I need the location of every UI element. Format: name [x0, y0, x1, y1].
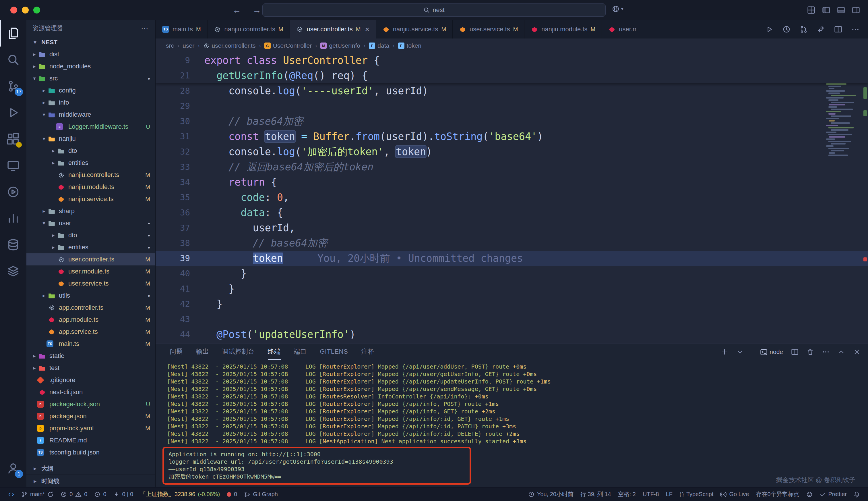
tree-file-README.md[interactable]: iREADME.md [26, 434, 155, 446]
code-line-42[interactable]: 42 } [156, 297, 868, 312]
tree-folder-utils[interactable]: ▸utils● [26, 290, 155, 302]
tree-file-nanjiu.module.ts[interactable]: nanjiu.module.tsM [26, 181, 155, 193]
minimize-window-button[interactable] [22, 7, 29, 13]
status-feedback[interactable] [803, 488, 816, 501]
tab-user.service.ts[interactable]: user.service.tsM [453, 20, 525, 39]
status-cursor-position[interactable]: 行 39, 列 14 [577, 488, 615, 501]
status-punctuation-check[interactable]: 存在0个异常标点 [752, 488, 803, 501]
code-line-32[interactable]: 32 console.log('加密后的token', token) [156, 144, 868, 159]
tree-folder-user[interactable]: ▾user● [26, 217, 155, 229]
trash-icon[interactable] [806, 348, 814, 356]
history-icon[interactable] [782, 25, 791, 33]
command-center-search[interactable]: nest [262, 3, 606, 17]
activity-explorer[interactable] [0, 20, 26, 46]
activity-source-control[interactable]: 17 [0, 73, 26, 99]
panel-tab-输出[interactable]: 输出 [196, 344, 209, 360]
code-line-40[interactable]: 40 } [156, 266, 868, 281]
code-line-28[interactable]: 28 console.log('----userId', userId) [156, 83, 868, 98]
code-line-39[interactable]: 39 tokenYou, 20小时前 • Uncommitted changes [156, 251, 868, 266]
close-tab-icon[interactable]: × [365, 25, 369, 33]
code-line-41[interactable]: 41 } [156, 281, 868, 297]
code-line-9[interactable]: 9export class UserController { [156, 53, 868, 68]
go-back-icon[interactable]: ← [232, 5, 241, 15]
tree-file-pnpm-lock.yaml[interactable]: ppnpm-lock.yamlM [26, 422, 155, 434]
tree-folder-dto[interactable]: ▸dto● [26, 229, 155, 241]
chevron-up-icon[interactable] [837, 348, 845, 356]
code-line-37[interactable]: 37 userId, [156, 220, 868, 236]
panel-tab-问题[interactable]: 问题 [170, 344, 183, 360]
status-indentation[interactable]: 空格: 2 [615, 488, 639, 501]
tree-file-tsconfig.build.json[interactable]: TStsconfig.build.json [26, 446, 155, 458]
tree-file-package.json[interactable]: npackage.jsonM [26, 410, 155, 422]
zoom-window-button[interactable] [33, 7, 40, 13]
tree-folder-config[interactable]: ▸config [26, 84, 155, 97]
status-stock-ticker[interactable]: 「上证指数」3238.96(-0.06%) [136, 488, 223, 501]
tab-nanjiu.controller.ts[interactable]: nanjiu.controller.tsM [208, 20, 290, 39]
breadcrumb-item-src[interactable]: src [166, 42, 174, 49]
tree-file-app.module.ts[interactable]: app.module.tsM [26, 314, 155, 326]
tab-user.module.ts[interactable]: user.module.tsM [602, 20, 636, 39]
tree-file-app.controller.ts[interactable]: app.controller.tsM [26, 302, 155, 314]
status-issue-counter[interactable]: 0 [223, 488, 241, 501]
pull-request-icon[interactable] [800, 25, 808, 33]
panel-tab-注释[interactable]: 注释 [361, 344, 374, 360]
tree-file-nanjiu.controller.ts[interactable]: nanjiu.controller.tsM [26, 169, 155, 181]
compare-icon[interactable] [817, 25, 825, 33]
globe-icon[interactable] [612, 5, 619, 13]
tree-folder-test[interactable]: ▸test [26, 362, 155, 374]
breadcrumb-item-user[interactable]: user [183, 42, 194, 49]
status-notifications[interactable] [850, 488, 864, 501]
code-line-34[interactable]: 34 return { [156, 175, 868, 190]
status-problems[interactable]: 00 [57, 488, 91, 501]
code-line-44[interactable]: 44 @Post('updateUserInfo') [156, 327, 868, 342]
code-line-38[interactable]: 38 // base64加密 [156, 236, 868, 251]
panel-tab-GITLENS[interactable]: GITLENS [320, 344, 348, 360]
explorer-more-actions-icon[interactable]: ⋯ [141, 24, 149, 33]
tree-folder-nanjiu[interactable]: ▾nanjiu [26, 133, 155, 145]
code-line-36[interactable]: 36 data: { [156, 205, 868, 220]
more-icon[interactable] [822, 348, 829, 356]
terminal-instance-node[interactable]: node [760, 349, 783, 355]
overview-ruler[interactable] [862, 53, 868, 343]
tab-nanjiu.module.ts[interactable]: nanjiu.module.tsM [525, 20, 602, 39]
tab-user.controller.ts[interactable]: user.controller.tsM× [290, 20, 376, 39]
breadcrumb-item-token[interactable]: Ftoken [398, 42, 421, 49]
tree-file-user.module.ts[interactable]: user.module.tsM [26, 265, 155, 277]
tree-file-app.service.ts[interactable]: app.service.tsM [26, 326, 155, 338]
plus-icon[interactable] [721, 348, 728, 356]
split-editor-icon[interactable] [834, 25, 842, 33]
activity-remote-explorer[interactable] [0, 152, 26, 179]
tree-folder-node_modules[interactable]: ▸node_modules [26, 60, 155, 72]
panel-tab-端口[interactable]: 端口 [294, 344, 307, 360]
close-icon[interactable] [853, 348, 860, 356]
activity-database[interactable] [0, 232, 26, 258]
activity-extensions[interactable] [0, 126, 26, 152]
code-line-21[interactable]: 21 getUserInfo(@Req() req) { [156, 68, 868, 83]
status-eol[interactable]: LF [662, 488, 676, 501]
tree-folder-dto[interactable]: ▸dto [26, 145, 155, 157]
layout-panel-icon[interactable] [837, 6, 845, 14]
code-line-35[interactable]: 35 code: 0, [156, 190, 868, 205]
tree-folder-entities[interactable]: ▸entities● [26, 241, 155, 253]
tree-file-nanjiu.service.ts[interactable]: nanjiu.service.tsM [26, 193, 155, 205]
status-counter[interactable]: 0 [91, 488, 110, 501]
close-window-button[interactable] [10, 7, 17, 13]
tree-file-.gitignore[interactable]: .gitignore [26, 374, 155, 386]
tree-file-main.ts[interactable]: TSmain.tsM [26, 338, 155, 350]
layout-sidebar-icon[interactable] [822, 6, 830, 14]
tree-folder-info[interactable]: ▸info [26, 97, 155, 109]
status-todo-counter[interactable]: 0 | 0 [110, 488, 137, 501]
status-go-live[interactable]: Go Live [717, 488, 752, 501]
code-editor[interactable]: 9export class UserController {21 getUser… [156, 53, 868, 343]
go-forward-icon[interactable]: → [253, 5, 261, 15]
activity-search[interactable] [0, 46, 26, 73]
code-line-43[interactable]: 43 [156, 312, 868, 327]
sidebar-section-大纲[interactable]: ▸大纲 [26, 462, 155, 475]
panel-tab-调试控制台[interactable]: 调试控制台 [222, 344, 255, 360]
chevron-down-icon[interactable] [736, 348, 744, 356]
breadcrumb-item-data[interactable]: Fdata [369, 42, 389, 49]
tree-file-user.controller.ts[interactable]: user.controller.tsM [26, 253, 155, 265]
tree-file-Logger.middleware.ts[interactable]: ≡Logger.middleware.tsU [26, 121, 155, 133]
code-line-31[interactable]: 31 const token = Buffer.from(userId).toS… [156, 129, 868, 144]
tab-nanjiu.service.ts[interactable]: nanjiu.service.tsM [376, 20, 453, 39]
